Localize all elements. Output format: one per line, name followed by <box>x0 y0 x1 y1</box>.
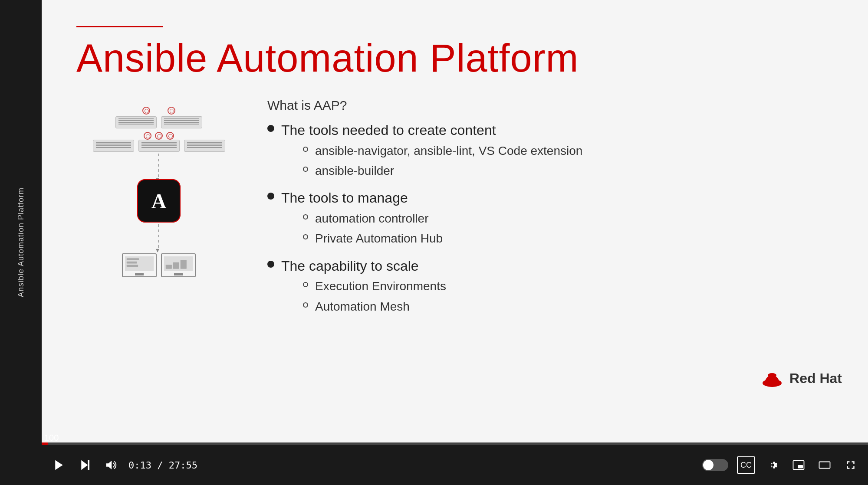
arrow-down-1 <box>158 154 159 177</box>
svg-rect-3 <box>166 265 172 269</box>
sub-text-2-2: Private Automation Hub <box>315 231 443 246</box>
bullet-3: The capability to scale Execution Enviro… <box>267 257 833 319</box>
sub-dot-1-1 <box>303 147 308 152</box>
play-icon <box>53 459 66 472</box>
server-box-2 <box>161 116 202 128</box>
sub-text-1-1: ansible-navigator, ansible-lint, VS Code… <box>315 143 582 159</box>
sub-dot-1-2 <box>303 167 308 172</box>
monitor-stand-1 <box>135 273 144 275</box>
sub-item-3-2: Automation Mesh <box>303 299 446 315</box>
svg-marker-9 <box>81 460 88 470</box>
controls-left: 0:13 / 27:55 <box>50 456 197 474</box>
sub-dot-3-1 <box>303 282 308 287</box>
monitor-screen-2 <box>164 256 193 271</box>
server-row-top <box>115 116 202 128</box>
monitor-screen-1 <box>125 256 154 271</box>
sub-list-2: automation controller Private Automation… <box>303 211 443 247</box>
settings-button[interactable] <box>764 456 781 474</box>
svg-rect-2 <box>127 265 138 267</box>
svg-marker-8 <box>55 460 63 470</box>
progress-fill <box>42 442 48 445</box>
sub-dot-2-2 <box>303 234 308 239</box>
sub-dot-2-1 <box>303 214 308 220</box>
time-display: 0:13 / 27:55 <box>128 460 197 471</box>
monitor-2 <box>161 253 196 277</box>
captions-label: CC <box>740 461 752 470</box>
svg-rect-14 <box>819 462 830 469</box>
content-list: What is AAP? The tools needed to create … <box>267 98 833 325</box>
monitor-stand-2 <box>174 273 183 275</box>
svg-rect-5 <box>181 260 187 269</box>
sub-dot-3-2 <box>303 302 308 308</box>
miniplayer-icon <box>792 459 805 472</box>
sub-item-1-2: ansible-builder <box>303 163 582 179</box>
bullet-text-1: The tools needed to create content <box>281 121 582 140</box>
monitor-group <box>122 253 196 277</box>
sub-list-1: ansible-navigator, ansible-lint, VS Code… <box>303 143 582 179</box>
bullet-2: The tools to manage automation controlle… <box>267 189 833 251</box>
server-box-1 <box>115 116 157 128</box>
circle-1 <box>142 107 150 115</box>
sub-text-2-1: automation controller <box>315 211 428 226</box>
theater-icon <box>818 459 831 472</box>
bullet-dot-3 <box>267 261 274 268</box>
circle-5 <box>166 132 174 140</box>
bullet-text-2: The tools to manage <box>281 189 443 207</box>
controls-bottom: 0:13 / 27:55 CC <box>42 445 868 485</box>
slide-body: A <box>76 98 833 325</box>
svg-marker-11 <box>106 461 112 469</box>
server-box-5 <box>184 140 225 152</box>
play-button[interactable] <box>50 456 68 474</box>
captions-button[interactable]: CC <box>737 456 755 474</box>
skip-icon <box>79 459 92 472</box>
circle-4 <box>155 132 163 140</box>
server-row-bottom <box>93 140 225 152</box>
diagram-circles-top <box>142 107 175 115</box>
toggle-knob <box>703 460 713 470</box>
settings-icon <box>766 459 779 472</box>
slide-title: Ansible Automation Platform <box>76 36 833 81</box>
redhat-logo: Red Hat <box>760 367 842 390</box>
sidebar-label: Ansible Automation Platform <box>16 187 26 297</box>
skip-button[interactable] <box>76 456 94 474</box>
fullscreen-icon <box>844 459 857 472</box>
sub-text-3-1: Execution Environments <box>315 279 446 294</box>
autoplay-toggle[interactable] <box>702 459 728 471</box>
svg-rect-13 <box>798 465 803 469</box>
ansible-letter: A <box>151 189 167 213</box>
bullet-text-3: The capability to scale <box>281 257 446 275</box>
controls-right: CC <box>702 456 859 474</box>
redhat-text: Red Hat <box>789 370 842 387</box>
volume-button[interactable] <box>102 456 120 474</box>
bullet-dot-1 <box>267 125 274 132</box>
svg-rect-1 <box>127 262 137 264</box>
bullet-dot-2 <box>267 193 274 200</box>
bullet-1: The tools needed to create content ansib… <box>267 121 833 183</box>
miniplayer-button[interactable] <box>790 456 807 474</box>
svg-rect-10 <box>88 460 89 470</box>
sidebar: Ansible Automation Platform <box>0 0 42 485</box>
svg-point-7 <box>768 373 776 377</box>
server-box-3 <box>93 140 134 152</box>
circle-2 <box>168 107 175 115</box>
theater-button[interactable] <box>816 456 833 474</box>
redhat-hat-icon <box>760 367 784 390</box>
diagram: A <box>76 98 241 325</box>
monitor-1 <box>122 253 157 277</box>
volume-icon <box>105 459 118 472</box>
slide-area: Ansible Automation Platform <box>42 0 868 442</box>
progress-bar[interactable] <box>42 442 868 445</box>
ansible-logo: A <box>137 179 181 223</box>
sub-list-3: Execution Environments Automation Mesh <box>303 279 446 315</box>
sub-text-1-2: ansible-builder <box>315 163 394 179</box>
what-is-label: What is AAP? <box>267 98 833 113</box>
svg-rect-4 <box>173 262 179 269</box>
svg-rect-0 <box>127 258 139 260</box>
red-accent-line <box>76 26 163 27</box>
server-box-4 <box>138 140 180 152</box>
fullscreen-button[interactable] <box>842 456 859 474</box>
arrow-down-2 <box>158 224 159 248</box>
controls-bar: 0:13 / 27:55 CC <box>42 442 868 485</box>
sub-item-3-1: Execution Environments <box>303 279 446 294</box>
circle-3 <box>144 132 151 140</box>
